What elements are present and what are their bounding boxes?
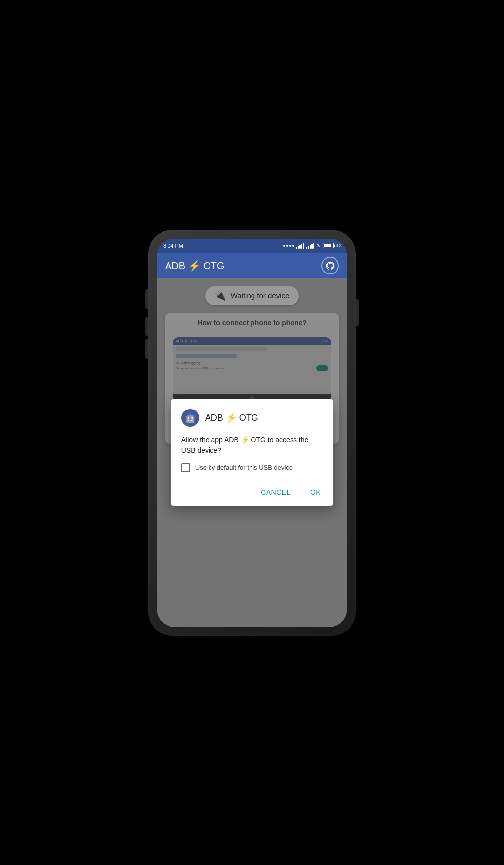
dialog-body: Allow the app ADB ⚡ OTG to access the US… bbox=[171, 427, 333, 480]
phone-device: 8:04 PM bbox=[148, 230, 356, 636]
status-icons: ∿ 86 bbox=[283, 242, 341, 249]
app-bar: ADB ⚡ OTG bbox=[157, 253, 347, 278]
phone-screen: 8:04 PM bbox=[157, 239, 347, 627]
status-time: 8:04 PM bbox=[163, 243, 183, 249]
signal-bar-icon bbox=[296, 243, 304, 249]
dialog-message: Allow the app ADB ⚡ OTG to access the US… bbox=[181, 435, 323, 455]
app-title-text: ADB ⚡ OTG bbox=[165, 260, 225, 271]
default-checkbox[interactable] bbox=[181, 463, 190, 472]
battery-icon bbox=[323, 243, 334, 248]
wifi-icon: ∿ bbox=[316, 242, 321, 249]
dialog-app-icon: 🤖 bbox=[181, 409, 199, 427]
main-content: 🔌 Waiting for device How to connect phon… bbox=[157, 278, 347, 627]
dialog-checkbox-row[interactable]: Use by default for this USB device bbox=[181, 463, 323, 472]
signal-bar2-icon bbox=[306, 243, 315, 249]
dialog-actions: CANCEL OK bbox=[171, 480, 333, 506]
dialog-header: 🤖 ADB ⚡ OTG bbox=[171, 399, 333, 427]
signal-dots-icon bbox=[283, 245, 294, 247]
github-button[interactable] bbox=[321, 257, 339, 274]
usb-permission-dialog: 🤖 ADB ⚡ OTG Allow the app ADB ⚡ OTG to a… bbox=[171, 399, 333, 506]
cancel-button[interactable]: CANCEL bbox=[253, 484, 298, 500]
status-bar: 8:04 PM bbox=[157, 239, 347, 253]
app-title: ADB ⚡ OTG bbox=[165, 260, 321, 272]
dialog-app-icon-symbol: 🤖 bbox=[185, 412, 196, 423]
ok-button[interactable]: OK bbox=[302, 484, 329, 500]
dialog-app-title: ADB ⚡ OTG bbox=[205, 412, 258, 423]
battery-level: 86 bbox=[336, 243, 341, 248]
dialog-overlay: 🤖 ADB ⚡ OTG Allow the app ADB ⚡ OTG to a… bbox=[157, 278, 347, 627]
checkbox-label: Use by default for this USB device bbox=[195, 464, 293, 471]
